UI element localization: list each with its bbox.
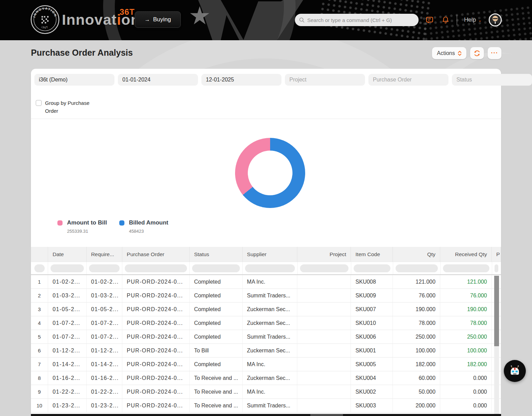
cell-status: To Receive and ... bbox=[190, 399, 243, 412]
table-row[interactable]: 801-16-2...01-16-2...PUR-ORD-2024-0...To… bbox=[31, 371, 501, 385]
help-menu[interactable]: Help ⌄ bbox=[464, 17, 482, 23]
column-header[interactable]: Qty bbox=[393, 247, 440, 262]
column-filter-input[interactable] bbox=[300, 264, 348, 272]
column-filter-input[interactable] bbox=[34, 264, 45, 272]
cell-po: PUR-ORD-2024-0... bbox=[122, 316, 190, 330]
to-date-filter[interactable] bbox=[201, 74, 281, 86]
table-row[interactable]: 701-14-2...01-14-2...PUR-ORD-2024-0...Co… bbox=[31, 358, 501, 371]
refresh-button[interactable] bbox=[470, 47, 484, 59]
cell-po: PUR-ORD-2024-0... bbox=[122, 303, 190, 316]
cell-reqd: 01-14-2... bbox=[87, 358, 122, 371]
svg-text:i36T: i36T bbox=[41, 25, 49, 29]
cell-qty: 78.000 bbox=[393, 316, 440, 330]
table-row[interactable]: 101-02-2...01-02-2...PUR-ORD-2024-0...Co… bbox=[31, 275, 501, 289]
cell-po: PUR-ORD-2024-0... bbox=[122, 330, 190, 343]
cell-status: Completed bbox=[190, 330, 243, 343]
column-header[interactable]: Status bbox=[190, 247, 243, 262]
column-filter-input[interactable] bbox=[192, 264, 240, 272]
cell-received: 0.000 bbox=[440, 399, 492, 412]
column-filter-input[interactable] bbox=[354, 264, 390, 272]
cell-supplier: Summit Traders... bbox=[243, 330, 298, 343]
cell-reqd: 01-12-2... bbox=[87, 344, 122, 357]
legend-swatch bbox=[57, 220, 63, 226]
cell-reqd: 01-02-2... bbox=[87, 275, 122, 288]
horizontal-scrollbar-thumb[interactable] bbox=[310, 414, 343, 416]
column-header[interactable]: Require... bbox=[87, 247, 122, 262]
notifications-button[interactable] bbox=[441, 15, 450, 24]
column-header[interactable]: Date bbox=[48, 247, 87, 262]
status-filter[interactable] bbox=[452, 74, 532, 86]
chat-button[interactable] bbox=[425, 15, 434, 24]
purchase-order-filter[interactable] bbox=[368, 74, 448, 86]
column-header[interactable]: P bbox=[492, 247, 501, 262]
column-header[interactable]: Purchase Order bbox=[122, 247, 190, 262]
cell-date: 01-07-2... bbox=[48, 316, 87, 330]
column-filter-input[interactable] bbox=[125, 264, 187, 272]
cell-supplier: Summit Traders... bbox=[243, 289, 298, 302]
buying-module-button[interactable]: → Buying bbox=[135, 11, 181, 28]
cell-item: SKU009 bbox=[351, 289, 393, 302]
robot-icon bbox=[508, 364, 521, 377]
cell-date: 01-22-2... bbox=[48, 385, 87, 398]
group-by-purchase-order-label: Group by Purchase Order bbox=[45, 99, 97, 115]
search-input[interactable] bbox=[307, 17, 414, 23]
table-row[interactable]: 301-05-2...01-05-2...PUR-ORD-2024-0...Co… bbox=[31, 303, 501, 316]
column-filter-input[interactable] bbox=[495, 264, 498, 272]
cell-item: SKU008 bbox=[351, 275, 393, 288]
table-row[interactable]: 501-07-2...01-07-2...PUR-ORD-2024-0...Co… bbox=[31, 330, 501, 344]
brand-logo[interactable]: INNOVATION i36T Innovat36Tion bbox=[30, 5, 140, 34]
column-filter-input[interactable] bbox=[89, 264, 120, 272]
column-header[interactable]: Item Code bbox=[351, 247, 393, 262]
brand-wordmark: Innovat36Tion bbox=[62, 5, 140, 34]
column-header[interactable]: Supplier bbox=[243, 247, 298, 262]
from-date-filter[interactable] bbox=[118, 74, 198, 86]
cell-project bbox=[297, 371, 351, 385]
cell-n: 9 bbox=[31, 385, 48, 398]
table-horizontal-scrollbar[interactable] bbox=[31, 414, 501, 416]
group-by-purchase-order-checkbox[interactable] bbox=[36, 100, 42, 106]
column-header[interactable]: Received Qty bbox=[440, 247, 492, 262]
cell-project bbox=[297, 399, 351, 412]
column-header[interactable]: Project bbox=[297, 247, 351, 262]
table-row[interactable]: 901-22-2...01-22-2...PUR-ORD-2024-0...To… bbox=[31, 385, 501, 399]
column-filter-cell bbox=[441, 262, 492, 274]
cell-qty: 50.000 bbox=[393, 385, 440, 398]
cell-reqd: 01-05-2... bbox=[87, 303, 122, 316]
cell-date: 01-14-2... bbox=[48, 358, 87, 371]
donut-chart[interactable] bbox=[235, 138, 305, 208]
table-row[interactable]: 201-03-2...01-03-2...PUR-ORD-2024-0...Co… bbox=[31, 289, 501, 303]
chatbot-button[interactable] bbox=[504, 360, 526, 382]
vertical-scrollbar-thumb[interactable] bbox=[494, 276, 499, 346]
table-row[interactable]: 401-07-2...01-07-2...PUR-ORD-2024-0...Co… bbox=[31, 316, 501, 330]
table-vertical-scrollbar[interactable] bbox=[494, 276, 499, 416]
brand-36t-superscript: 36T bbox=[120, 0, 135, 27]
cell-item: SKU007 bbox=[351, 303, 393, 316]
actions-button[interactable]: Actions bbox=[432, 47, 466, 59]
project-filter[interactable] bbox=[285, 74, 365, 86]
cell-item: SKU001 bbox=[351, 344, 393, 357]
column-filter-input[interactable] bbox=[245, 264, 295, 272]
legend-swatch bbox=[119, 220, 124, 226]
cell-qty: 182.000 bbox=[393, 358, 440, 371]
cell-po: PUR-ORD-2024-0... bbox=[122, 344, 190, 357]
cell-date: 01-05-2... bbox=[48, 303, 87, 316]
cell-project bbox=[297, 275, 351, 288]
column-filter-cell bbox=[190, 262, 243, 274]
column-filter-input[interactable] bbox=[396, 264, 438, 272]
arrow-right-icon: → bbox=[145, 17, 150, 23]
table-row[interactable]: 601-12-2...01-12-2...PUR-ORD-2024-0...To… bbox=[31, 344, 501, 358]
cell-qty: 190.000 bbox=[393, 303, 440, 316]
global-search[interactable] bbox=[295, 14, 419, 26]
column-header[interactable] bbox=[31, 247, 48, 262]
table-row[interactable]: 1001-23-2...01-23-2...PUR-ORD-2024-0...T… bbox=[31, 399, 501, 413]
column-filter-input[interactable] bbox=[51, 264, 84, 272]
column-filter-input[interactable] bbox=[443, 264, 489, 272]
chat-icon bbox=[425, 16, 434, 24]
company-filter[interactable] bbox=[34, 74, 114, 86]
cell-item: SKU003 bbox=[351, 399, 393, 412]
cell-status: Completed bbox=[190, 303, 243, 316]
cell-received: 190.000 bbox=[440, 303, 492, 316]
menu-button[interactable]: ··· bbox=[488, 47, 501, 59]
cell-n: 7 bbox=[31, 358, 48, 371]
user-avatar[interactable] bbox=[489, 13, 502, 26]
